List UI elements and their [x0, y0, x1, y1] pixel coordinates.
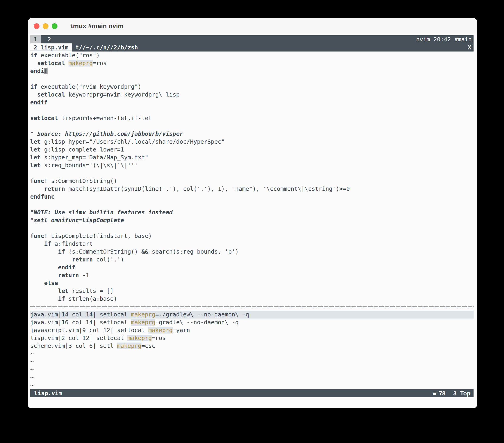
code-line: "NOTE: Use slimv builtin features instea…	[30, 209, 473, 216]
vim-tabline: 2 lisp.vim t//~/.c/n//2/b/zsh X	[30, 43, 473, 52]
code-line: else	[30, 279, 473, 287]
editor-buffer[interactable]: if executable("ros") setlocal makeprg=ro…	[30, 52, 473, 303]
tmux-status-right: nvim 20:42 #main	[416, 36, 473, 43]
code-line: let g:lisp_hyper="/Users/chl/.local/shar…	[30, 138, 473, 146]
statusline-column: 3	[453, 389, 456, 397]
code-line: setlocal keywordprg=nvim-keywordprg\ lis…	[30, 91, 473, 99]
code-line: endif	[30, 99, 473, 106]
filler-tilde: ~	[30, 358, 473, 366]
code-line: let g:lisp_complete_lower=1	[30, 146, 473, 154]
terminal-window: tmux #main nvim 1 2 nvim 20:42 #main 2 l…	[28, 18, 477, 408]
code-line: if executable("nvim-keywordprg")	[30, 83, 473, 91]
code-line: "setl omnifunc=LispComplete	[30, 216, 473, 224]
quickfix-row[interactable]: java.vim|14 col 14| setlocal makeprg=./g…	[30, 311, 473, 319]
tmux-status-bar: 1 2 nvim 20:42 #main	[30, 35, 473, 43]
quickfix-row[interactable]: lisp.vim|2 col 12| setlocal makeprg=ros	[30, 334, 473, 342]
code-line: setlocal makeprg=ros	[30, 59, 473, 67]
tab-lisp-vim[interactable]: 2 lisp.vim	[30, 43, 72, 52]
code-line	[30, 201, 473, 209]
window-titlebar: tmux #main nvim	[28, 18, 477, 34]
filler-tilde: ~	[30, 366, 473, 373]
quickfix-row[interactable]: scheme.vim|3 col 6| setl makeprg=csc	[30, 342, 473, 350]
quickfix-row[interactable]: java.vim|16 col 14| setlocal makeprg=gra…	[30, 319, 473, 326]
statusline-scroll-position: Top	[460, 389, 470, 397]
lines-icon: ≡	[433, 389, 436, 397]
code-line: endif	[30, 264, 473, 271]
code-line: endfunc	[30, 193, 473, 201]
statusline-right: ≡ 78 3 Top	[433, 389, 473, 397]
terminal-content: 1 2 nvim 20:42 #main 2 lisp.vim t//~/.c/…	[30, 34, 473, 408]
code-line: func! s:CommentOrString()	[30, 177, 473, 185]
minimize-window-button[interactable]	[43, 23, 49, 29]
separator-dashes	[30, 307, 473, 307]
code-line	[30, 122, 473, 130]
code-line	[30, 106, 473, 114]
code-line: " Source: https://github.com/jabbourb/vi…	[30, 130, 473, 138]
code-line: func! LispComplete(findstart, base)	[30, 232, 473, 240]
fullscreen-window-button[interactable]	[52, 23, 57, 29]
code-line	[30, 169, 473, 177]
window-title: tmux #main nvim	[71, 22, 124, 30]
code-line: endif	[30, 67, 473, 75]
quickfix-row[interactable]: javascript.vim|9 col 12| setlocal makepr…	[30, 326, 473, 334]
statusline-line-count: 78	[439, 389, 445, 397]
tab-zsh[interactable]: t//~/.c/n//2/b/zsh	[75, 44, 138, 52]
statusline-filename: lisp.vim	[30, 389, 62, 397]
code-line	[30, 75, 473, 83]
filler-tilde: ~	[30, 381, 473, 389]
code-line: if executable("ros")	[30, 52, 473, 59]
tmux-window-1[interactable]: 1	[30, 35, 41, 43]
filler-tilde: ~	[30, 373, 473, 381]
code-line: let s:hyper_map="Data/Map_Sym.txt"	[30, 154, 473, 161]
code-line: if !s:CommentOrString() && search(s:reg_…	[30, 248, 473, 256]
code-line: let s:reg_bounds='(\|\s\|`\|'''	[30, 161, 473, 169]
close-tab-button[interactable]: X	[468, 44, 473, 52]
statusline: lisp.vim ≡ 78 3 Top	[30, 389, 473, 397]
code-line: let results = []	[30, 287, 473, 295]
code-line: return -1	[30, 271, 473, 279]
traffic-lights	[34, 23, 57, 29]
code-line: return match(synIDattr(synID(line('.'), …	[30, 185, 473, 193]
code-line: setlocal lispwords+=when-let,if-let	[30, 114, 473, 122]
command-line	[30, 397, 473, 405]
code-line	[30, 224, 473, 232]
window-separator	[30, 303, 473, 311]
code-line: if strlen(a:base)	[30, 295, 473, 303]
code-line: return col('.')	[30, 256, 473, 264]
code-line: if a:findstart	[30, 240, 473, 248]
tmux-window-2[interactable]: 2	[44, 35, 54, 43]
filler-tilde: ~	[30, 350, 473, 358]
quickfix-list: java.vim|14 col 14| setlocal makeprg=./g…	[30, 311, 473, 389]
close-window-button[interactable]	[34, 23, 39, 29]
